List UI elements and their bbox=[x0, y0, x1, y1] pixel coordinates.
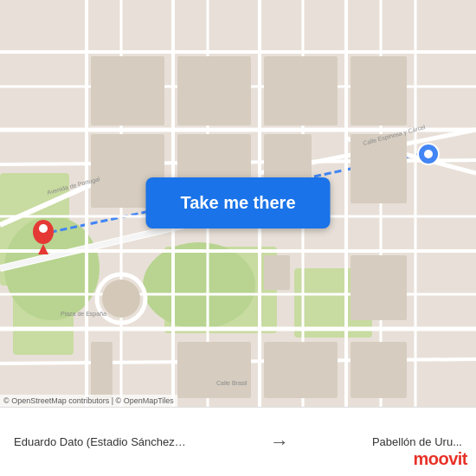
svg-rect-38 bbox=[264, 134, 312, 182]
svg-rect-40 bbox=[351, 134, 407, 203]
svg-text:Calle Brasil: Calle Brasil bbox=[216, 380, 248, 386]
svg-rect-46 bbox=[91, 342, 113, 398]
svg-point-6 bbox=[143, 242, 255, 329]
origin-label: Eduardo Dato (Estadio Sánchez ... bbox=[14, 435, 187, 448]
svg-rect-42 bbox=[264, 255, 290, 290]
take-me-there-button[interactable]: Take me there bbox=[145, 177, 330, 228]
svg-rect-41 bbox=[351, 255, 407, 320]
moovit-brand-text: moovit bbox=[413, 449, 467, 468]
destination-label: Pabellón de Uru... bbox=[372, 435, 462, 448]
svg-rect-45 bbox=[351, 342, 407, 398]
svg-text:Plaza de España: Plaza de España bbox=[61, 311, 106, 318]
svg-rect-44 bbox=[264, 342, 338, 398]
svg-rect-35 bbox=[264, 56, 338, 125]
svg-point-52 bbox=[424, 150, 433, 158]
map-attribution: © OpenStreetMap contributors | © OpenMap… bbox=[0, 395, 177, 407]
svg-point-55 bbox=[39, 224, 48, 233]
moovit-logo: moovit bbox=[413, 449, 467, 469]
svg-rect-43 bbox=[177, 342, 251, 398]
svg-rect-34 bbox=[177, 56, 251, 125]
map-container: Avenida de Portugal Calle Espinosa y Cár… bbox=[0, 0, 476, 407]
footer: Eduardo Dato (Estadio Sánchez ... → Pabe… bbox=[0, 407, 476, 476]
svg-rect-33 bbox=[91, 56, 164, 125]
footer-destination: Pabellón de Uru... bbox=[372, 435, 462, 448]
route-arrow: → bbox=[270, 431, 289, 453]
footer-origin: Eduardo Dato (Estadio Sánchez ... bbox=[14, 435, 187, 448]
svg-point-32 bbox=[102, 280, 140, 318]
svg-rect-39 bbox=[351, 56, 407, 125]
